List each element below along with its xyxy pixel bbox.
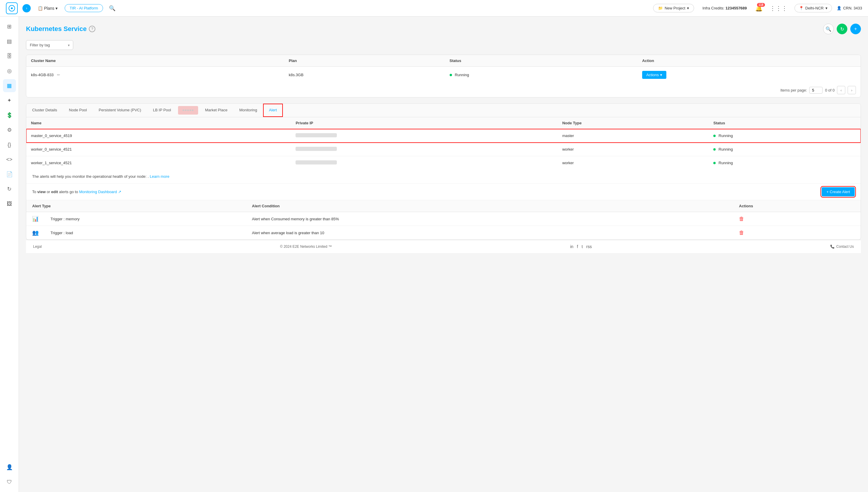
node-ip-cell (291, 143, 557, 156)
sidebar-item-add-user[interactable]: 👤 (3, 461, 16, 474)
sidebar-item-files[interactable]: 📄 (3, 168, 16, 181)
sidebar-item-git[interactable]: <> (3, 153, 16, 166)
notification-bell[interactable]: 🔔 118 (755, 5, 763, 12)
learn-more-link[interactable]: Learn more (150, 174, 169, 179)
sidebar-item-kubernetes[interactable]: ▦ (3, 79, 16, 92)
sidebar-item-image[interactable]: 🖼 (3, 197, 16, 210)
tab-alert[interactable]: Alert (263, 104, 283, 117)
col-cluster-name: Cluster Name (26, 55, 284, 67)
svg-point-1 (11, 7, 13, 9)
memory-chart-icon: 📊 (32, 216, 39, 222)
top-nav: › 📋 Plans ▾ TIR - AI Platform 🔍 📁 New Pr… (0, 0, 868, 17)
table-row: 👥 Trigger : load Alert when average load… (26, 226, 861, 240)
next-page-btn[interactable]: › (848, 86, 856, 94)
tab-blurred[interactable]: ●●●●● (178, 106, 198, 115)
items-per-page-wrapper: 5 10 25 (809, 87, 822, 94)
footer: Legal © 2024 E2E Networks Limited ™ in f… (26, 240, 861, 253)
help-icon[interactable]: ? (89, 26, 95, 32)
status-dot (713, 162, 716, 164)
col-node-type: Node Type (557, 117, 709, 129)
grid-icon[interactable]: ⋮⋮⋮ (770, 5, 787, 12)
table-row[interactable]: master_0_service_4519 master Running (26, 129, 861, 143)
page-title: Kubernetes Service ? (26, 25, 95, 33)
new-project-btn[interactable]: 📁 New Project ▾ (653, 4, 694, 13)
crn-account[interactable]: 👤 CRN. 3433 (837, 6, 862, 10)
refresh-btn[interactable]: ↻ (837, 24, 847, 34)
filter-wrapper: Filter by tag (26, 40, 73, 50)
sidebar-item-billing[interactable]: 💲 (3, 109, 16, 122)
sidebar-item-settings[interactable]: ⚙ (3, 123, 16, 137)
alert-condition-cell: Alert when average load is greater than … (246, 226, 733, 240)
sidebar-item-dashboard[interactable]: ⊞ (3, 20, 16, 33)
node-name-cell: master_0_service_4519 (26, 129, 291, 143)
tab-cluster-details[interactable]: Cluster Details (26, 104, 63, 117)
location-icon: 📍 (799, 6, 803, 10)
create-alert-btn[interactable]: + Create Alert (822, 187, 855, 196)
delete-alert-btn[interactable]: 🗑 (739, 216, 744, 222)
table-row[interactable]: worker_0_service_4521 worker Running (26, 143, 861, 156)
monitoring-dashboard-link[interactable]: Monitoring Dashboard ↗ (79, 190, 121, 194)
cluster-plan-cell: k8s.3GB (284, 67, 445, 83)
tab-monitoring[interactable]: Monitoring (233, 104, 263, 117)
logo (6, 2, 18, 14)
delete-alert-btn[interactable]: 🗑 (739, 230, 744, 236)
node-name-cell: worker_1_service_4521 (26, 156, 291, 170)
blurred-ip (296, 133, 337, 137)
prev-page-btn[interactable]: ‹ (837, 86, 845, 94)
alert-condition-cell: Alert when Consumed memory is greater th… (246, 212, 733, 226)
node-status-cell: Running (709, 143, 861, 156)
twitter-icon[interactable]: t (582, 244, 583, 249)
tab-node-pool[interactable]: Node Pool (63, 104, 93, 117)
alert-icon-cell: 📊 (26, 212, 45, 226)
tab-pvc[interactable]: Persistent Volume (PVC) (93, 104, 147, 117)
monitoring-row: To view or edit alerts go to Monitoring … (26, 184, 861, 200)
node-ip-cell (291, 129, 557, 143)
items-per-page-select[interactable]: 5 10 25 (809, 87, 822, 94)
rss-icon[interactable]: rss (586, 244, 592, 249)
search-icon[interactable]: 🔍 (109, 5, 116, 11)
sidebar: ⊞ ▤ 🗄 ◎ ▦ ✦ 💲 ⚙ {} <> 📄 ↻ 🖼 👤 🛡 (0, 17, 19, 492)
tab-lb-ip-pool[interactable]: LB IP Pool (147, 104, 177, 117)
search-btn[interactable]: 🔍 (823, 24, 834, 34)
sidebar-item-security[interactable]: 🛡 (3, 475, 16, 489)
phone-icon: 📞 (830, 245, 835, 249)
folder-icon: 📁 (658, 6, 663, 10)
facebook-icon[interactable]: f (577, 244, 578, 249)
account-icon: 👤 (837, 6, 841, 10)
col-action: Action (637, 55, 861, 67)
node-type-cell: master (557, 129, 709, 143)
alert-info: The alerts will help you monitor the ope… (26, 170, 861, 184)
edit-cluster-icon[interactable]: ✏ (57, 73, 60, 77)
legal-link[interactable]: Legal (33, 245, 42, 249)
nav-forward-btn[interactable]: › (22, 4, 31, 13)
sidebar-item-refresh[interactable]: ↻ (3, 182, 16, 196)
table-row: k8s-4GB-833 ✏ k8s.3GB Running Actions ▾ (26, 67, 861, 83)
region-selector[interactable]: 📍 Delhi-NCR ▾ (794, 4, 832, 13)
linkedin-icon[interactable]: in (570, 244, 573, 249)
actions-dropdown-btn[interactable]: Actions ▾ (642, 71, 666, 79)
status-dot (713, 135, 716, 137)
node-name-cell: worker_0_service_4521 (26, 143, 291, 156)
cluster-action-cell: Actions ▾ (637, 67, 861, 83)
cluster-name-cell: k8s-4GB-833 ✏ (26, 67, 284, 83)
tab-market-place[interactable]: Market Place (199, 104, 233, 117)
col-alert-condition: Alert Condition (246, 200, 733, 212)
sidebar-item-storage[interactable]: 🗄 (3, 50, 16, 63)
filter-by-tag-select[interactable]: Filter by tag (26, 40, 73, 50)
add-btn[interactable]: + (850, 24, 861, 34)
node-type-cell: worker (557, 156, 709, 170)
sidebar-item-network[interactable]: ◎ (3, 65, 16, 77)
sidebar-item-code[interactable]: {} (3, 138, 16, 151)
plans-dropdown[interactable]: 📋 Plans ▾ (35, 5, 60, 12)
sidebar-item-servers[interactable]: ▤ (3, 35, 16, 48)
page-count: 0 of 0 (825, 88, 835, 93)
tir-platform-btn[interactable]: TIR - AI Platform (65, 4, 103, 12)
status-dot (713, 148, 716, 151)
blurred-ip (296, 147, 337, 151)
sidebar-item-devops[interactable]: ✦ (3, 94, 16, 107)
contact-us[interactable]: 📞 Contact Us (830, 245, 854, 249)
main-content: Kubernetes Service ? 🔍 ↻ + Filter by tag… (19, 17, 868, 492)
node-type-cell: worker (557, 143, 709, 156)
cluster-table: Cluster Name Plan Status Action k8s-4GB-… (26, 55, 861, 83)
table-row[interactable]: worker_1_service_4521 worker Running (26, 156, 861, 170)
